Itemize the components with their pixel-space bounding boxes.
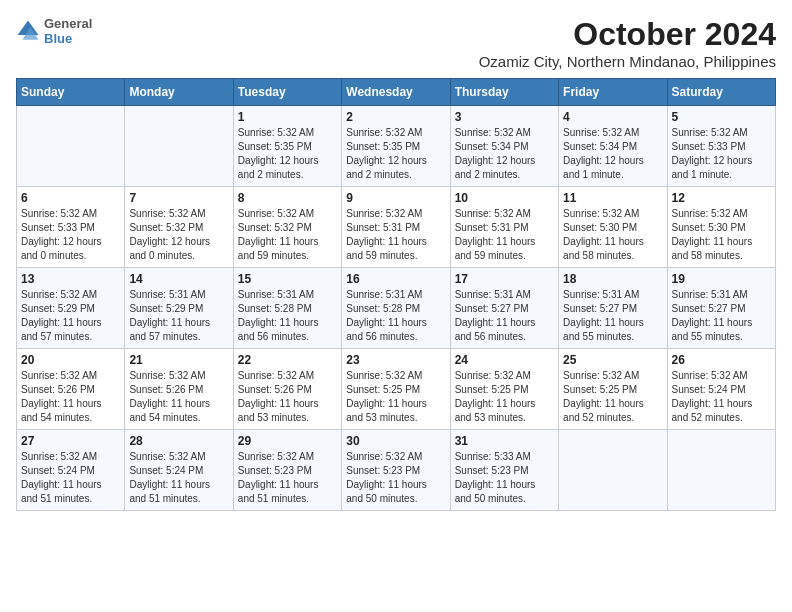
day-info: Sunrise: 5:32 AMSunset: 5:32 PMDaylight:…	[129, 207, 228, 263]
day-info: Sunrise: 5:32 AMSunset: 5:23 PMDaylight:…	[346, 450, 445, 506]
week-row-3: 13Sunrise: 5:32 AMSunset: 5:29 PMDayligh…	[17, 268, 776, 349]
calendar-cell	[125, 106, 233, 187]
day-header-sunday: Sunday	[17, 79, 125, 106]
week-row-2: 6Sunrise: 5:32 AMSunset: 5:33 PMDaylight…	[17, 187, 776, 268]
calendar-cell: 27Sunrise: 5:32 AMSunset: 5:24 PMDayligh…	[17, 430, 125, 511]
day-header-saturday: Saturday	[667, 79, 775, 106]
calendar-cell: 16Sunrise: 5:31 AMSunset: 5:28 PMDayligh…	[342, 268, 450, 349]
day-number: 8	[238, 191, 337, 205]
day-info: Sunrise: 5:32 AMSunset: 5:33 PMDaylight:…	[21, 207, 120, 263]
day-info: Sunrise: 5:31 AMSunset: 5:28 PMDaylight:…	[238, 288, 337, 344]
calendar-cell: 5Sunrise: 5:32 AMSunset: 5:33 PMDaylight…	[667, 106, 775, 187]
logo-icon	[16, 19, 40, 43]
calendar-cell: 3Sunrise: 5:32 AMSunset: 5:34 PMDaylight…	[450, 106, 558, 187]
day-number: 7	[129, 191, 228, 205]
day-number: 25	[563, 353, 662, 367]
day-number: 4	[563, 110, 662, 124]
day-info: Sunrise: 5:32 AMSunset: 5:34 PMDaylight:…	[455, 126, 554, 182]
day-info: Sunrise: 5:31 AMSunset: 5:27 PMDaylight:…	[455, 288, 554, 344]
day-info: Sunrise: 5:32 AMSunset: 5:34 PMDaylight:…	[563, 126, 662, 182]
calendar-cell	[559, 430, 667, 511]
day-number: 22	[238, 353, 337, 367]
day-number: 5	[672, 110, 771, 124]
week-row-5: 27Sunrise: 5:32 AMSunset: 5:24 PMDayligh…	[17, 430, 776, 511]
day-header-wednesday: Wednesday	[342, 79, 450, 106]
calendar-cell: 28Sunrise: 5:32 AMSunset: 5:24 PMDayligh…	[125, 430, 233, 511]
day-number: 12	[672, 191, 771, 205]
day-info: Sunrise: 5:32 AMSunset: 5:26 PMDaylight:…	[238, 369, 337, 425]
day-info: Sunrise: 5:32 AMSunset: 5:31 PMDaylight:…	[455, 207, 554, 263]
day-info: Sunrise: 5:32 AMSunset: 5:23 PMDaylight:…	[238, 450, 337, 506]
day-info: Sunrise: 5:32 AMSunset: 5:30 PMDaylight:…	[563, 207, 662, 263]
day-info: Sunrise: 5:32 AMSunset: 5:29 PMDaylight:…	[21, 288, 120, 344]
calendar-cell: 30Sunrise: 5:32 AMSunset: 5:23 PMDayligh…	[342, 430, 450, 511]
day-number: 30	[346, 434, 445, 448]
day-info: Sunrise: 5:31 AMSunset: 5:29 PMDaylight:…	[129, 288, 228, 344]
day-info: Sunrise: 5:32 AMSunset: 5:25 PMDaylight:…	[346, 369, 445, 425]
day-number: 21	[129, 353, 228, 367]
calendar-cell: 7Sunrise: 5:32 AMSunset: 5:32 PMDaylight…	[125, 187, 233, 268]
day-number: 20	[21, 353, 120, 367]
title-area: October 2024 Ozamiz City, Northern Minda…	[479, 16, 776, 70]
day-info: Sunrise: 5:32 AMSunset: 5:30 PMDaylight:…	[672, 207, 771, 263]
day-number: 10	[455, 191, 554, 205]
day-info: Sunrise: 5:32 AMSunset: 5:35 PMDaylight:…	[238, 126, 337, 182]
day-number: 1	[238, 110, 337, 124]
day-number: 24	[455, 353, 554, 367]
calendar-cell: 8Sunrise: 5:32 AMSunset: 5:32 PMDaylight…	[233, 187, 341, 268]
calendar-cell: 18Sunrise: 5:31 AMSunset: 5:27 PMDayligh…	[559, 268, 667, 349]
day-number: 16	[346, 272, 445, 286]
day-number: 17	[455, 272, 554, 286]
calendar-cell: 1Sunrise: 5:32 AMSunset: 5:35 PMDaylight…	[233, 106, 341, 187]
day-info: Sunrise: 5:32 AMSunset: 5:26 PMDaylight:…	[129, 369, 228, 425]
calendar-cell: 24Sunrise: 5:32 AMSunset: 5:25 PMDayligh…	[450, 349, 558, 430]
day-header-tuesday: Tuesday	[233, 79, 341, 106]
day-info: Sunrise: 5:31 AMSunset: 5:27 PMDaylight:…	[563, 288, 662, 344]
calendar-cell: 17Sunrise: 5:31 AMSunset: 5:27 PMDayligh…	[450, 268, 558, 349]
calendar-cell: 9Sunrise: 5:32 AMSunset: 5:31 PMDaylight…	[342, 187, 450, 268]
week-row-1: 1Sunrise: 5:32 AMSunset: 5:35 PMDaylight…	[17, 106, 776, 187]
calendar-cell: 21Sunrise: 5:32 AMSunset: 5:26 PMDayligh…	[125, 349, 233, 430]
calendar-cell: 4Sunrise: 5:32 AMSunset: 5:34 PMDaylight…	[559, 106, 667, 187]
calendar-table: SundayMondayTuesdayWednesdayThursdayFrid…	[16, 78, 776, 511]
day-info: Sunrise: 5:32 AMSunset: 5:24 PMDaylight:…	[672, 369, 771, 425]
calendar-cell: 2Sunrise: 5:32 AMSunset: 5:35 PMDaylight…	[342, 106, 450, 187]
day-number: 18	[563, 272, 662, 286]
day-info: Sunrise: 5:32 AMSunset: 5:32 PMDaylight:…	[238, 207, 337, 263]
calendar-cell: 11Sunrise: 5:32 AMSunset: 5:30 PMDayligh…	[559, 187, 667, 268]
day-info: Sunrise: 5:31 AMSunset: 5:27 PMDaylight:…	[672, 288, 771, 344]
calendar-cell: 13Sunrise: 5:32 AMSunset: 5:29 PMDayligh…	[17, 268, 125, 349]
day-info: Sunrise: 5:32 AMSunset: 5:33 PMDaylight:…	[672, 126, 771, 182]
day-number: 13	[21, 272, 120, 286]
day-header-friday: Friday	[559, 79, 667, 106]
logo: General Blue	[16, 16, 92, 46]
page-subtitle: Ozamiz City, Northern Mindanao, Philippi…	[479, 53, 776, 70]
day-number: 29	[238, 434, 337, 448]
page-header: General Blue October 2024 Ozamiz City, N…	[16, 16, 776, 70]
day-number: 31	[455, 434, 554, 448]
day-number: 11	[563, 191, 662, 205]
week-row-4: 20Sunrise: 5:32 AMSunset: 5:26 PMDayligh…	[17, 349, 776, 430]
calendar-cell	[17, 106, 125, 187]
calendar-cell	[667, 430, 775, 511]
day-number: 28	[129, 434, 228, 448]
day-number: 23	[346, 353, 445, 367]
day-number: 27	[21, 434, 120, 448]
day-header-monday: Monday	[125, 79, 233, 106]
day-number: 14	[129, 272, 228, 286]
day-info: Sunrise: 5:32 AMSunset: 5:24 PMDaylight:…	[129, 450, 228, 506]
page-title: October 2024	[479, 16, 776, 53]
calendar-cell: 12Sunrise: 5:32 AMSunset: 5:30 PMDayligh…	[667, 187, 775, 268]
day-info: Sunrise: 5:32 AMSunset: 5:26 PMDaylight:…	[21, 369, 120, 425]
day-number: 26	[672, 353, 771, 367]
calendar-cell: 15Sunrise: 5:31 AMSunset: 5:28 PMDayligh…	[233, 268, 341, 349]
calendar-cell: 29Sunrise: 5:32 AMSunset: 5:23 PMDayligh…	[233, 430, 341, 511]
day-info: Sunrise: 5:32 AMSunset: 5:35 PMDaylight:…	[346, 126, 445, 182]
day-number: 9	[346, 191, 445, 205]
day-number: 3	[455, 110, 554, 124]
calendar-cell: 26Sunrise: 5:32 AMSunset: 5:24 PMDayligh…	[667, 349, 775, 430]
calendar-cell: 19Sunrise: 5:31 AMSunset: 5:27 PMDayligh…	[667, 268, 775, 349]
logo-text: General Blue	[44, 16, 92, 46]
day-number: 6	[21, 191, 120, 205]
header-row: SundayMondayTuesdayWednesdayThursdayFrid…	[17, 79, 776, 106]
